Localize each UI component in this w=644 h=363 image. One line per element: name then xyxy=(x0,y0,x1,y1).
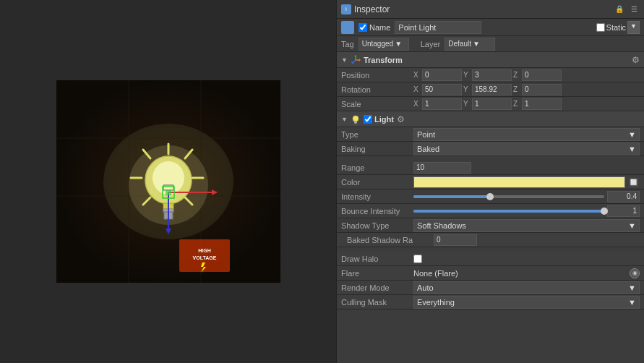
sz-label: Z xyxy=(513,100,520,108)
light-fold-arrow[interactable]: ▼ xyxy=(341,116,348,123)
active-checkbox[interactable] xyxy=(359,23,367,32)
inspector-header: i Inspector 🔒 ☰ xyxy=(337,0,644,19)
culling-mask-value: Everything ▼ xyxy=(413,296,640,309)
baked-shadow-label: Baked Shadow Ra xyxy=(347,236,434,244)
baking-dropdown[interactable]: Baked ▼ xyxy=(413,142,640,155)
transform-title: Transform xyxy=(364,56,629,64)
bounce-slider-track[interactable] xyxy=(413,210,604,213)
draw-halo-checkbox[interactable] xyxy=(413,255,422,263)
static-checkbox[interactable] xyxy=(596,23,605,32)
rot-x-input[interactable] xyxy=(422,84,462,95)
culling-mask-label: Culling Mask xyxy=(341,298,413,307)
shadow-type-dropdown[interactable]: Soft Shadows ▼ xyxy=(413,219,640,232)
bounce-value-input[interactable] xyxy=(607,205,640,217)
transform-section-header: ▼ Transform ⚙ xyxy=(337,52,644,68)
svg-marker-37 xyxy=(354,55,357,56)
tag-dropdown[interactable]: Untagged ▼ xyxy=(359,38,409,51)
flare-select-btn[interactable]: ◉ xyxy=(630,268,640,278)
z-label: Z xyxy=(513,71,520,79)
light-active-checkbox[interactable] xyxy=(364,115,372,124)
light-checkbox-group: Light xyxy=(364,115,394,124)
range-input[interactable] xyxy=(413,162,471,174)
scale-y-input[interactable] xyxy=(472,98,512,110)
eyedropper-icon[interactable]: 🔲 xyxy=(628,177,640,187)
scene-view: HIGH VOLTAGE xyxy=(0,0,336,363)
draw-halo-label: Draw Halo xyxy=(341,255,413,263)
sy-label: Y xyxy=(463,100,471,108)
object-name-row: Name Static ▼ xyxy=(337,19,644,36)
flare-row: Flare None (Flare) ◉ xyxy=(337,266,644,281)
scene-canvas[interactable]: HIGH VOLTAGE xyxy=(56,80,280,283)
light-bulb-icon xyxy=(351,114,361,124)
bounce-intensity-label: Bounce Intensity xyxy=(341,207,413,215)
draw-halo-row: Draw Halo xyxy=(337,252,644,266)
render-mode-row: Render Mode Auto ▼ xyxy=(337,281,644,295)
position-row: Position X Y Z xyxy=(337,68,644,82)
svg-marker-35 xyxy=(359,59,361,61)
shadow-type-label: Shadow Type xyxy=(341,221,413,230)
position-xyz: X Y Z xyxy=(413,69,640,81)
bounce-slider-thumb[interactable] xyxy=(601,208,608,215)
bounce-slider-group xyxy=(413,205,640,217)
baking-label: Baking xyxy=(341,145,413,153)
rx-label: X xyxy=(413,85,421,93)
intensity-slider-group xyxy=(413,191,640,202)
transform-gear-icon[interactable]: ⚙ xyxy=(632,55,640,65)
flare-value-group: None (Flare) ◉ xyxy=(413,268,640,278)
scale-row: Scale X Y Z xyxy=(337,97,644,111)
intensity-value-input[interactable] xyxy=(607,191,640,202)
name-field-label: Name xyxy=(369,23,390,32)
render-mode-dropdown[interactable]: Auto ▼ xyxy=(413,281,640,294)
ry-label: Y xyxy=(463,85,471,93)
rotation-xyz: X Y Z xyxy=(413,84,640,95)
layer-dropdown[interactable]: Default ▼ xyxy=(445,38,495,51)
rot-z-input[interactable] xyxy=(522,84,562,95)
pos-y-input[interactable] xyxy=(472,69,512,81)
color-swatch[interactable] xyxy=(413,176,625,188)
static-dropdown[interactable]: ▼ xyxy=(627,21,640,34)
inspector-scroll[interactable]: ▼ Transform ⚙ Position X Y Z xyxy=(337,52,644,363)
intensity-slider-track[interactable] xyxy=(413,195,604,198)
rotation-row: Rotation X Y Z xyxy=(337,82,644,97)
rot-y-input[interactable] xyxy=(472,84,512,95)
type-row: Type Point ▼ xyxy=(337,127,644,142)
baked-shadow-row: Baked Shadow Ra xyxy=(337,233,644,247)
type-value: Point ▼ xyxy=(413,128,640,141)
culling-mask-dropdown[interactable]: Everything ▼ xyxy=(413,296,640,309)
light-title: Light xyxy=(374,115,394,124)
intensity-label: Intensity xyxy=(341,192,413,201)
sx-label: X xyxy=(413,100,421,108)
range-row: Range xyxy=(337,161,644,175)
flare-value-text: None (Flare) xyxy=(413,269,627,278)
active-checkbox-group: Name xyxy=(359,23,390,32)
x-label: X xyxy=(413,71,421,79)
baked-shadow-input[interactable] xyxy=(434,234,477,246)
scale-z-input[interactable] xyxy=(522,98,562,110)
transform-fold-arrow[interactable]: ▼ xyxy=(341,56,348,64)
pos-x-input[interactable] xyxy=(422,69,462,81)
light-gear-icon[interactable]: ⚙ xyxy=(397,114,405,124)
object-name-input[interactable] xyxy=(395,21,481,34)
shadow-type-value: Soft Shadows ▼ xyxy=(413,219,640,232)
position-label: Position xyxy=(341,71,413,80)
tag-label: Tag xyxy=(341,40,354,48)
svg-text:HIGH: HIGH xyxy=(198,248,211,253)
svg-point-40 xyxy=(353,116,359,121)
type-label: Type xyxy=(341,130,413,139)
scale-x-input[interactable] xyxy=(422,98,462,110)
pos-z-input[interactable] xyxy=(522,69,562,81)
render-mode-value: Auto ▼ xyxy=(413,281,640,294)
range-label: Range xyxy=(341,163,413,172)
scale-xyz: X Y Z xyxy=(413,98,640,110)
intensity-row: Intensity xyxy=(337,189,644,204)
inspector-panel: i Inspector 🔒 ☰ Name Static ▼ Tag Untagg… xyxy=(336,0,644,363)
menu-icon[interactable]: ☰ xyxy=(628,4,640,15)
rotation-label: Rotation xyxy=(341,85,413,94)
intensity-slider-thumb[interactable] xyxy=(486,193,494,200)
lock-icon[interactable]: 🔒 xyxy=(614,4,625,15)
flare-label: Flare xyxy=(341,269,413,278)
color-row: Color 🔲 xyxy=(337,175,644,189)
render-mode-label: Render Mode xyxy=(341,283,413,292)
type-dropdown[interactable]: Point ▼ xyxy=(413,128,640,141)
object-icon xyxy=(341,21,354,34)
